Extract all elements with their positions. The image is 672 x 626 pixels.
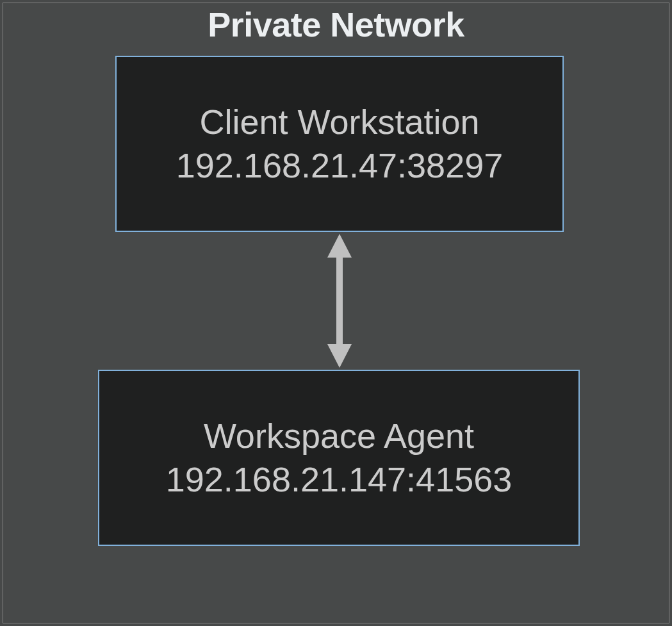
node-workspace-agent: Workspace Agent 192.168.21.147:41563 xyxy=(98,370,580,546)
diagram-title: Private Network xyxy=(208,4,464,44)
node-client-workstation: Client Workstation 192.168.21.47:38297 xyxy=(115,56,564,232)
node-agent-address: 192.168.21.147:41563 xyxy=(166,458,512,502)
svg-marker-1 xyxy=(327,234,352,258)
node-client-address: 192.168.21.47:38297 xyxy=(176,144,504,188)
node-agent-label: Workspace Agent xyxy=(204,415,474,458)
diagram-container: Private Network Client Workstation 192.1… xyxy=(3,3,669,623)
node-client-label: Client Workstation xyxy=(199,101,479,144)
bidirectional-arrow-icon xyxy=(317,232,362,370)
svg-marker-2 xyxy=(327,344,352,368)
